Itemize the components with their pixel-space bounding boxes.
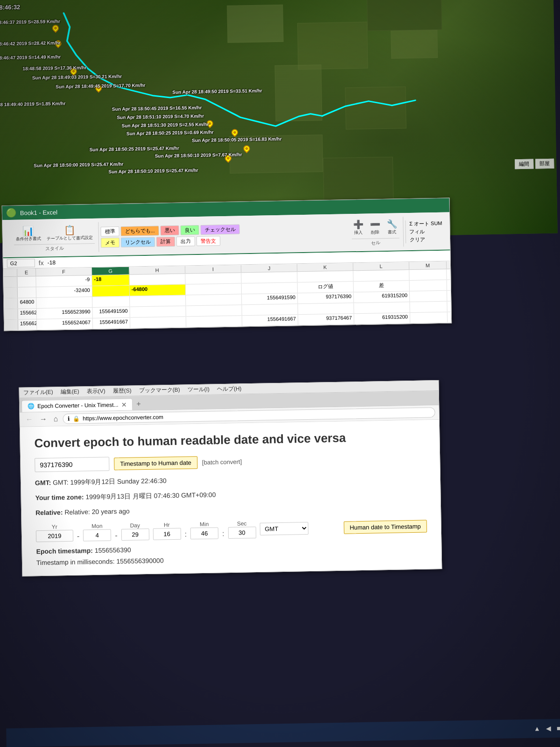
home-btn[interactable]: ⌂ bbox=[51, 414, 60, 424]
back-btn[interactable]: ← bbox=[23, 414, 35, 424]
cell-I5[interactable] bbox=[186, 316, 242, 327]
cell-G4[interactable]: 1556491590 bbox=[92, 307, 130, 318]
cell-M4[interactable] bbox=[410, 302, 447, 312]
cell-K1[interactable] bbox=[297, 271, 353, 282]
taskbar-icon-3[interactable]: ■ bbox=[555, 723, 560, 734]
cell-E1[interactable] bbox=[17, 276, 36, 287]
style-output-btn[interactable]: 出力 bbox=[176, 236, 195, 247]
cell-J2[interactable] bbox=[242, 282, 298, 294]
sec-input[interactable] bbox=[228, 527, 256, 539]
cell-L2[interactable]: 差 bbox=[354, 281, 410, 292]
cell-K4[interactable] bbox=[298, 303, 354, 314]
cell-E2[interactable] bbox=[18, 287, 36, 298]
cell-I4[interactable] bbox=[186, 305, 242, 316]
style-check-btn[interactable]: チェックセル bbox=[201, 224, 240, 234]
forward-btn[interactable]: → bbox=[37, 414, 49, 424]
style-link-btn[interactable]: リンクセル bbox=[121, 237, 155, 247]
mon-input[interactable] bbox=[83, 529, 111, 542]
map-btn-right[interactable]: 部屋 bbox=[535, 159, 554, 169]
cell-M2[interactable] bbox=[410, 280, 447, 291]
conditional-format-btn[interactable]: 📊 条件付き書式 bbox=[14, 224, 43, 243]
cell-reference-input[interactable] bbox=[7, 259, 35, 268]
cell-F5[interactable]: 1556524067 bbox=[37, 318, 93, 330]
yr-input[interactable] bbox=[36, 530, 73, 542]
style-memo-btn[interactable]: メモ bbox=[101, 237, 119, 247]
cell-I3[interactable] bbox=[186, 294, 242, 305]
cell-J3[interactable]: 1556491590 bbox=[242, 293, 298, 304]
cell-H1[interactable] bbox=[129, 274, 185, 285]
table-format-btn[interactable]: 📋 テーブルとして書式設定 bbox=[44, 223, 95, 242]
timestamp-to-human-btn[interactable]: Timestamp to Human date bbox=[114, 456, 197, 470]
cell-E5[interactable]: 1556621267 bbox=[18, 319, 37, 330]
fill-btn[interactable]: フィル bbox=[409, 227, 442, 235]
cell-E3[interactable]: 64800 bbox=[18, 298, 36, 309]
cell-K3[interactable]: 937176390 bbox=[298, 292, 354, 303]
style-standard-btn[interactable]: 標準 bbox=[100, 226, 119, 236]
format-btn[interactable]: 🔧 書式 bbox=[385, 218, 399, 237]
cell-E4[interactable]: 1556621190 bbox=[18, 309, 37, 319]
style-warning-btn[interactable]: 警告文 bbox=[196, 236, 220, 246]
new-tab-btn[interactable]: + bbox=[133, 398, 145, 410]
epoch-input[interactable] bbox=[35, 457, 109, 472]
delete-btn[interactable]: ➖ 削除 bbox=[368, 218, 383, 237]
menu-file[interactable]: ファイル(E) bbox=[23, 388, 53, 396]
cell-F1[interactable]: -9 bbox=[36, 275, 92, 287]
taskbar-icon-2[interactable]: ◀ bbox=[544, 723, 553, 734]
cell-J4[interactable] bbox=[242, 304, 298, 315]
menu-bookmarks[interactable]: ブックマーク(B) bbox=[139, 386, 180, 395]
cell-M3[interactable] bbox=[410, 291, 447, 302]
taskbar-icon-1[interactable]: ▲ bbox=[532, 723, 542, 734]
cell-N1[interactable] bbox=[447, 268, 451, 279]
cell-L4[interactable] bbox=[354, 302, 410, 313]
menu-history[interactable]: 履歴(S) bbox=[112, 387, 131, 395]
cell-G3[interactable] bbox=[92, 296, 130, 307]
insert-btn[interactable]: ➕ 挿入 bbox=[351, 218, 366, 237]
url-text: https://www.epochconverter.com bbox=[83, 414, 163, 422]
day-input[interactable] bbox=[121, 529, 149, 541]
style-good-btn[interactable]: 良い bbox=[181, 225, 199, 235]
cell-H5[interactable] bbox=[130, 317, 186, 328]
style-bad-btn[interactable]: 悪い bbox=[161, 225, 179, 235]
gmt-select[interactable]: GMT GMT+09:00 bbox=[259, 522, 308, 536]
cell-L5[interactable]: 619315200 bbox=[354, 313, 410, 324]
cell-H3[interactable] bbox=[130, 295, 186, 306]
cell-N2[interactable] bbox=[447, 279, 452, 290]
cell-N3[interactable] bbox=[447, 290, 451, 301]
menu-edit[interactable]: 編集(E) bbox=[60, 388, 79, 396]
map-btn-left[interactable]: 編間 bbox=[515, 159, 533, 169]
min-input[interactable] bbox=[190, 528, 218, 540]
menu-help[interactable]: ヘルプ(H) bbox=[217, 385, 242, 393]
hr-input[interactable] bbox=[153, 528, 181, 540]
cell-L1[interactable] bbox=[353, 270, 409, 281]
style-dochirademo-btn[interactable]: どちらでも... bbox=[120, 226, 159, 236]
menu-view[interactable]: 表示(V) bbox=[86, 388, 105, 396]
cell-K5[interactable]: 937176467 bbox=[298, 314, 354, 325]
cell-K2[interactable]: ログ値 bbox=[298, 282, 354, 293]
browser-tab-active[interactable]: 🌐 Epoch Converter - Unix Timest... ✕ bbox=[21, 399, 133, 412]
cell-H4[interactable] bbox=[130, 306, 186, 317]
cell-J1[interactable] bbox=[241, 272, 297, 283]
cell-M1[interactable] bbox=[409, 269, 447, 280]
human-to-timestamp-btn[interactable]: Human date to Timestamp bbox=[343, 520, 427, 534]
tab-close-btn[interactable]: ✕ bbox=[121, 401, 126, 409]
style-keisan-btn[interactable]: 計算 bbox=[156, 236, 175, 247]
cell-H2[interactable]: -64800 bbox=[130, 285, 186, 296]
cell-J5[interactable]: 1556491667 bbox=[242, 315, 298, 326]
cell-L3[interactable]: 619315200 bbox=[354, 291, 410, 303]
cell-F3[interactable] bbox=[36, 297, 92, 308]
cell-F4[interactable]: 1556523990 bbox=[36, 308, 92, 319]
cell-N5[interactable] bbox=[448, 311, 451, 322]
clear-btn[interactable]: クリア bbox=[410, 235, 443, 243]
cell-I1[interactable] bbox=[185, 273, 241, 284]
cell-G5[interactable]: 1556491667 bbox=[93, 318, 130, 329]
cell-G2[interactable] bbox=[92, 286, 130, 296]
cell-G1[interactable]: -18 bbox=[92, 275, 129, 286]
batch-link[interactable]: [batch convert] bbox=[202, 458, 242, 465]
taskbar: ▲ ◀ ■ bbox=[6, 719, 560, 747]
cell-I2[interactable] bbox=[186, 283, 242, 295]
cell-F2[interactable]: -32400 bbox=[36, 286, 92, 297]
cell-N4[interactable] bbox=[447, 301, 451, 311]
menu-tools[interactable]: ツール(I) bbox=[187, 386, 210, 394]
cell-M5[interactable] bbox=[410, 312, 448, 323]
sum-btn[interactable]: Σ オート SUM bbox=[409, 219, 442, 227]
